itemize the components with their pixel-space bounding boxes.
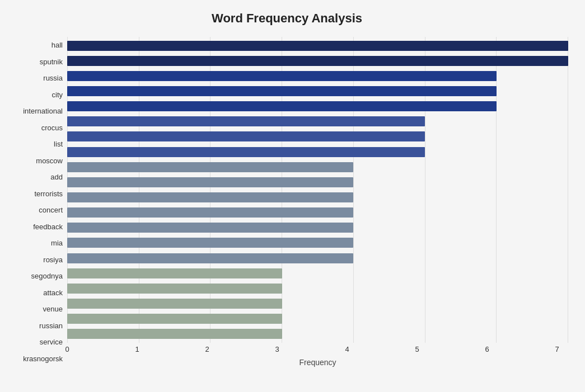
bar <box>67 207 353 218</box>
bar-row <box>67 40 568 52</box>
bar <box>67 177 353 187</box>
y-label: hall <box>6 41 63 49</box>
bar-row <box>67 176 568 188</box>
bar-row <box>67 115 568 127</box>
y-label: terrorists <box>6 190 63 197</box>
bar-row <box>67 237 568 249</box>
bars-and-grid: 01234567 Frequency <box>67 37 568 367</box>
bar <box>67 238 353 248</box>
bar-row <box>67 282 568 295</box>
bar-row <box>67 85 568 97</box>
x-tick-label: 6 <box>476 345 498 353</box>
bar-row <box>67 130 568 143</box>
bar-row <box>67 55 568 67</box>
bar-row <box>67 191 568 204</box>
x-axis-labels: 01234567 <box>67 343 568 353</box>
x-tick-label: 0 <box>56 345 78 353</box>
y-label: krasnogorsk <box>6 355 63 362</box>
bar <box>67 223 353 233</box>
y-label: add <box>6 173 63 181</box>
grid-and-bars <box>67 37 568 343</box>
bar-row <box>67 313 568 325</box>
bar-row <box>67 100 568 112</box>
chart-title: Word Frequency Analysis <box>6 11 568 26</box>
y-label: concert <box>6 206 63 214</box>
x-tick-label: 7 <box>546 345 568 353</box>
bar-row <box>67 328 568 340</box>
y-label: attack <box>6 289 63 296</box>
bar-row <box>67 221 568 234</box>
y-label: russian <box>6 322 63 329</box>
bar <box>67 314 282 324</box>
y-label: mia <box>6 239 63 247</box>
y-label: rosiya <box>6 256 63 263</box>
bar <box>67 253 353 263</box>
y-label: russia <box>6 74 63 82</box>
bar-row <box>67 267 568 280</box>
bar <box>67 192 353 202</box>
bar-row <box>67 297 568 310</box>
y-label: sputnik <box>6 58 63 65</box>
bar <box>67 284 282 294</box>
x-tick-label: 3 <box>266 345 288 353</box>
y-label: city <box>6 91 63 98</box>
bar <box>67 101 497 111</box>
y-label: list <box>6 140 63 148</box>
bar <box>67 41 568 51</box>
y-label: venue <box>6 305 63 313</box>
bar-row <box>67 206 568 219</box>
bar <box>67 268 282 278</box>
bar <box>67 116 425 126</box>
bars-wrapper <box>67 37 568 343</box>
x-tick-label: 2 <box>196 345 218 353</box>
bar <box>67 86 497 96</box>
bar <box>67 162 353 172</box>
y-label: service <box>6 338 63 346</box>
y-label: international <box>6 107 63 115</box>
y-axis-labels: hallsputnikrussiacityinternationalcrocus… <box>6 37 67 367</box>
bar-row <box>67 252 568 265</box>
bar-row <box>67 70 568 82</box>
bar <box>67 131 425 141</box>
x-tick-label: 5 <box>406 345 428 353</box>
y-label: segodnya <box>6 272 63 280</box>
bar <box>67 299 282 309</box>
chart-container: Word Frequency Analysis hallsputnikrussi… <box>0 0 585 392</box>
bar-row <box>67 161 568 173</box>
x-tick-label: 4 <box>336 345 358 353</box>
bar <box>67 56 568 66</box>
y-label: feedback <box>6 223 63 230</box>
y-label: crocus <box>6 124 63 131</box>
bar <box>67 147 425 157</box>
bar <box>67 329 282 339</box>
x-tick-label: 1 <box>126 345 148 353</box>
bar <box>67 71 497 81</box>
bar-row <box>67 146 568 158</box>
chart-area: hallsputnikrussiacityinternationalcrocus… <box>6 37 568 367</box>
x-axis-label: Frequency <box>67 358 568 367</box>
y-label: moscow <box>6 157 63 164</box>
